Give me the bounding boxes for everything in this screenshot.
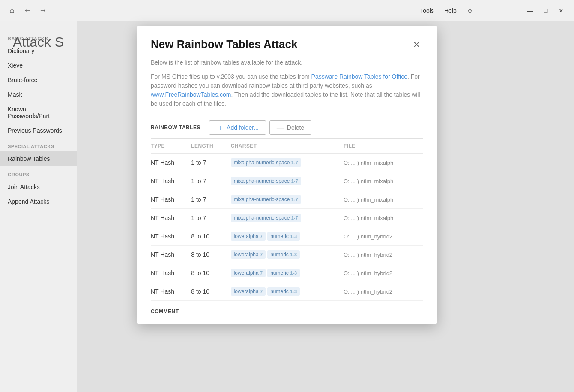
dialog: New Rainbow Tables Attack ✕ Below is the… xyxy=(137,26,437,324)
cell-type: NT Hash xyxy=(151,190,191,209)
cell-length: 1 to 7 xyxy=(191,209,230,227)
cell-charset: mixalpha-numeric-space 1-7 xyxy=(231,209,344,227)
charset-badge-2: numeric 1-3 xyxy=(267,269,300,277)
maximize-button[interactable]: □ xyxy=(540,5,552,17)
cell-charset: loweralpha 7numeric 1-3 xyxy=(231,246,344,264)
charset-badge-1: loweralpha 7 xyxy=(231,250,266,259)
col-length: LENGTH xyxy=(191,139,230,154)
comment-section: COMMENT xyxy=(137,301,437,324)
cell-charset: loweralpha 7numeric 1-3 xyxy=(231,282,344,301)
menu-emoji[interactable]: ☺ xyxy=(467,7,473,14)
cell-file: O: ... ) ntlm_hybrid2 xyxy=(344,282,423,301)
forward-button[interactable]: → xyxy=(36,4,50,18)
cell-length: 8 to 10 xyxy=(191,227,230,246)
table-row[interactable]: NT Hash8 to 10loweralpha 7numeric 1-3O: … xyxy=(151,246,423,264)
col-file: FILE xyxy=(344,139,423,154)
charset-badge-2: numeric 1-3 xyxy=(267,287,300,296)
cell-file: O: ... ) ntlm_mixalph xyxy=(344,172,423,190)
rainbow-tables-label: RAINBOW TABLES xyxy=(151,125,200,131)
cell-length: 8 to 10 xyxy=(191,246,230,264)
cell-length: 1 to 7 xyxy=(191,172,230,190)
rainbow-tables-table: TYPE LENGTH CHARSET FILE NT Hash1 to 7mi… xyxy=(151,139,423,301)
dialog-description-1: Below is the list of rainbow tables avai… xyxy=(151,58,423,67)
cell-type: NT Hash xyxy=(151,246,191,264)
menu-tools[interactable]: Tools xyxy=(420,7,434,14)
cell-file: O: ... ) ntlm_mixalph xyxy=(344,209,423,227)
minus-icon: — xyxy=(277,124,284,131)
home-button[interactable]: ⌂ xyxy=(5,4,19,18)
link-free-rainbow-tables[interactable]: www.FreeRainbowTables.com xyxy=(151,91,231,98)
dialog-description-2: For MS Office files up to v.2003 you can… xyxy=(151,72,423,108)
cell-charset: mixalpha-numeric-space 1-7 xyxy=(231,190,344,209)
charset-badge-1: loweralpha 7 xyxy=(231,232,266,241)
titlebar-nav: ⌂ ← → xyxy=(0,4,50,18)
dialog-overlay: New Rainbow Tables Attack ✕ Below is the… xyxy=(0,21,574,392)
charset-badge-2: numeric 1-3 xyxy=(267,232,300,241)
cell-type: NT Hash xyxy=(151,282,191,301)
back-button[interactable]: ← xyxy=(21,4,34,18)
titlebar: ⌂ ← → Tools Help ☺ — □ ✕ xyxy=(0,0,574,21)
delete-button[interactable]: — Delete xyxy=(269,120,311,135)
cell-charset: mixalpha-numeric-space 1-7 xyxy=(231,154,344,172)
cell-type: NT Hash xyxy=(151,227,191,246)
cell-charset: loweralpha 7numeric 1-3 xyxy=(231,227,344,246)
col-type: TYPE xyxy=(151,139,191,154)
titlebar-controls: — □ ✕ xyxy=(524,5,567,17)
charset-badge-1: mixalpha-numeric-space 1-7 xyxy=(231,158,301,167)
table-header: TYPE LENGTH CHARSET FILE xyxy=(151,139,423,154)
minimize-button[interactable]: — xyxy=(524,5,536,17)
close-button[interactable]: ✕ xyxy=(555,5,567,17)
cell-length: 1 to 7 xyxy=(191,154,230,172)
cell-length: 1 to 7 xyxy=(191,190,230,209)
cell-length: 8 to 10 xyxy=(191,282,230,301)
table-body: NT Hash1 to 7mixalpha-numeric-space 1-7O… xyxy=(151,154,423,301)
main-area: Attack S BASIC ATTACKS Dictionary Xieve … xyxy=(0,21,574,392)
table-row[interactable]: NT Hash8 to 10loweralpha 7numeric 1-3O: … xyxy=(151,282,423,301)
table-toolbar: RAINBOW TABLES ＋ Add folder... — Delete xyxy=(151,113,423,139)
cell-file: O: ... ) ntlm_hybrid2 xyxy=(344,227,423,246)
menu-help[interactable]: Help xyxy=(444,7,457,14)
cell-charset: loweralpha 7numeric 1-3 xyxy=(231,264,344,282)
dialog-close-button[interactable]: ✕ xyxy=(410,38,423,51)
add-folder-button[interactable]: ＋ Add folder... xyxy=(209,120,266,135)
charset-badge-2: numeric 1-3 xyxy=(267,250,300,259)
dialog-header: New Rainbow Tables Attack ✕ xyxy=(137,26,437,51)
charset-badge-1: loweralpha 7 xyxy=(231,269,266,277)
cell-file: O: ... ) ntlm_hybrid2 xyxy=(344,246,423,264)
cell-file: O: ... ) ntlm_mixalph xyxy=(344,190,423,209)
cell-length: 8 to 10 xyxy=(191,264,230,282)
charset-badge-1: mixalpha-numeric-space 1-7 xyxy=(231,214,301,222)
col-charset: CHARSET xyxy=(231,139,344,154)
dialog-body: Below is the list of rainbow tables avai… xyxy=(137,51,437,301)
link-passware-rainbow-tables[interactable]: Passware Rainbow Tables for Office xyxy=(311,73,407,80)
cell-type: NT Hash xyxy=(151,264,191,282)
cell-type: NT Hash xyxy=(151,172,191,190)
table-row[interactable]: NT Hash8 to 10loweralpha 7numeric 1-3O: … xyxy=(151,227,423,246)
table-row[interactable]: NT Hash1 to 7mixalpha-numeric-space 1-7O… xyxy=(151,209,423,227)
dialog-title: New Rainbow Tables Attack xyxy=(151,38,297,51)
charset-badge-1: loweralpha 7 xyxy=(231,287,266,296)
data-table-wrapper: TYPE LENGTH CHARSET FILE NT Hash1 to 7mi… xyxy=(151,139,423,301)
cell-charset: mixalpha-numeric-space 1-7 xyxy=(231,172,344,190)
cell-file: O: ... ) ntlm_hybrid2 xyxy=(344,264,423,282)
cell-type: NT Hash xyxy=(151,154,191,172)
table-row[interactable]: NT Hash1 to 7mixalpha-numeric-space 1-7O… xyxy=(151,190,423,209)
comment-label: COMMENT xyxy=(151,309,179,315)
cell-file: O: ... ) ntlm_mixalph xyxy=(344,154,423,172)
plus-icon: ＋ xyxy=(216,124,224,131)
table-row[interactable]: NT Hash1 to 7mixalpha-numeric-space 1-7O… xyxy=(151,172,423,190)
titlebar-menu: Tools Help ☺ xyxy=(420,7,473,14)
cell-type: NT Hash xyxy=(151,209,191,227)
table-row[interactable]: NT Hash1 to 7mixalpha-numeric-space 1-7O… xyxy=(151,154,423,172)
table-row[interactable]: NT Hash8 to 10loweralpha 7numeric 1-3O: … xyxy=(151,264,423,282)
charset-badge-1: mixalpha-numeric-space 1-7 xyxy=(231,177,301,185)
charset-badge-1: mixalpha-numeric-space 1-7 xyxy=(231,195,301,204)
